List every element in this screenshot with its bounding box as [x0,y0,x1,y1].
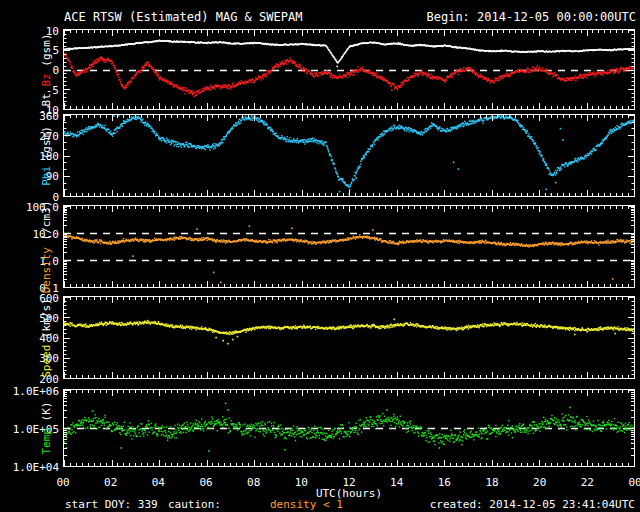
y-tick-label: 1.0E+04 [13,461,59,474]
y-tick-label: 5 [52,44,59,57]
page-title: ACE RTSW (Estimated) MAG & SWEPAM [64,10,302,24]
panel-speed [63,296,635,379]
panel-bt-bz-canvas [64,30,634,109]
x-tick-label: 04 [152,476,165,489]
panel-phi-canvas [64,115,634,196]
y-tick-label: 360 [39,110,59,123]
y-axis-title-part: Bt [40,86,53,106]
y-axis-title-part: Bz [40,66,53,86]
y-tick-label: 0 [52,64,59,77]
caution-value: density < 1 [270,498,343,511]
start-doy-label: start DOY: 339 [65,498,158,511]
x-tick-label: 02 [104,476,117,489]
x-tick-label: 00 [628,476,640,489]
x-tick-label: 00 [56,476,69,489]
y-axis-title-part: Density [40,240,53,293]
panel-temp [63,389,635,467]
panel-temp-canvas [64,390,634,466]
x-tick-label: 22 [581,476,594,489]
x-tick-label: 16 [438,476,451,489]
x-tick-label: 20 [533,476,546,489]
y-axis-title-density: Density (/cm3) [40,200,53,293]
y-axis-title-temp: Temp (K) [40,402,53,455]
ace-rtsw-plot: ACE RTSW (Estimated) MAG & SWEPAM Begin:… [0,0,640,512]
x-tick-label: 14 [390,476,403,489]
y-axis-title-part: Phi [40,159,53,186]
y-axis-title-speed: Speed (km/s) [40,298,53,378]
created-timestamp: created: 2014-12-05 23:41:04UTC [430,498,635,511]
panel-speed-canvas [64,297,634,378]
begin-timestamp: Begin: 2014-12-05 00:00:00UTC [426,10,636,24]
y-axis-title-bt-bz: Bt Bz (gsm) [40,33,53,106]
y-axis-title-part: (gsm) [40,126,53,159]
y-axis-title-phi: Phi (gsm) [40,126,53,186]
panel-phi [63,114,635,197]
y-axis-title-part: (gsm) [40,33,53,66]
y-axis-title-part: (km/s) [40,298,53,338]
y-tick-label: 1.0E+06 [13,385,59,398]
y-axis-title-part: Speed [40,338,53,378]
x-tick-label: 10 [295,476,308,489]
panel-bt-bz [63,29,635,110]
x-tick-label: 12 [342,476,355,489]
y-axis-title-part: (/cm3) [40,200,53,240]
caution-label: caution: [168,498,221,511]
panel-density-canvas [64,206,634,287]
x-tick-label: 18 [485,476,498,489]
y-axis-title-part: (K) [40,402,53,422]
panel-density [63,205,635,288]
y-axis-title-part: Temp [40,421,53,454]
x-tick-label: 06 [199,476,212,489]
x-tick-label: 08 [247,476,260,489]
